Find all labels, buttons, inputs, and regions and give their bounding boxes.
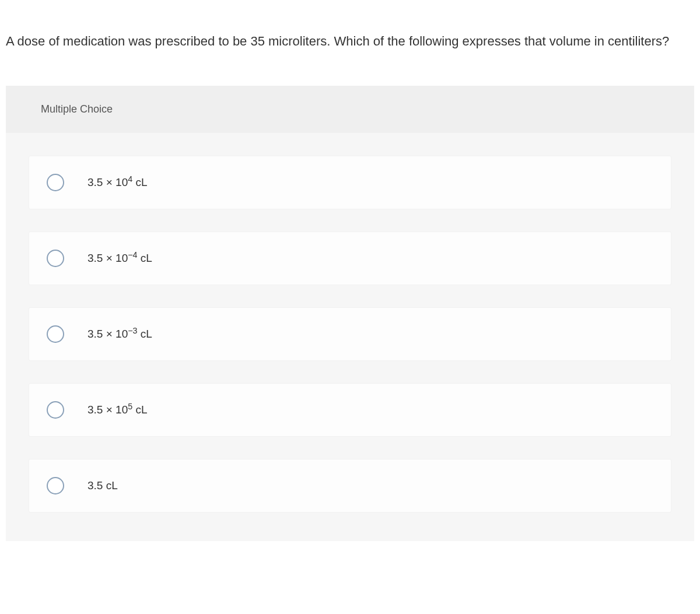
option-unit: cL (137, 328, 152, 340)
radio-icon[interactable] (47, 250, 64, 267)
option-unit: cL (132, 176, 147, 188)
option-exponent: 5 (128, 402, 132, 411)
section-label: Multiple Choice (6, 86, 694, 133)
option-label: 3.5 × 10−4 cL (88, 252, 152, 265)
option-label: 3.5 × 105 cL (88, 404, 148, 416)
question-text: A dose of medication was prescribed to b… (0, 0, 700, 51)
option-row[interactable]: 3.5 × 10−4 cL (29, 232, 671, 285)
option-base: 3.5 × 10 (88, 328, 128, 340)
option-base: 3.5 cL (88, 479, 118, 492)
option-row[interactable]: 3.5 × 10−3 cL (29, 308, 671, 360)
option-exponent: −4 (128, 250, 137, 259)
option-label: 3.5 cL (88, 479, 118, 492)
option-unit: cL (132, 404, 147, 416)
radio-icon[interactable] (47, 401, 64, 419)
radio-icon[interactable] (47, 325, 64, 343)
options-list: 3.5 × 104 cL 3.5 × 10−4 cL 3.5 × 10−3 cL… (6, 133, 694, 512)
option-row[interactable]: 3.5 × 104 cL (29, 156, 671, 209)
option-label: 3.5 × 104 cL (88, 176, 148, 189)
multiple-choice-container: Multiple Choice 3.5 × 104 cL 3.5 × 10−4 … (6, 86, 694, 541)
radio-icon[interactable] (47, 477, 64, 494)
option-row[interactable]: 3.5 × 105 cL (29, 384, 671, 436)
option-unit: cL (137, 252, 152, 264)
option-base: 3.5 × 10 (88, 176, 128, 188)
option-exponent: −3 (128, 326, 137, 335)
option-base: 3.5 × 10 (88, 252, 128, 264)
option-row[interactable]: 3.5 cL (29, 459, 671, 512)
option-base: 3.5 × 10 (88, 404, 128, 416)
option-exponent: 4 (128, 174, 132, 184)
option-label: 3.5 × 10−3 cL (88, 328, 152, 341)
radio-icon[interactable] (47, 174, 64, 191)
